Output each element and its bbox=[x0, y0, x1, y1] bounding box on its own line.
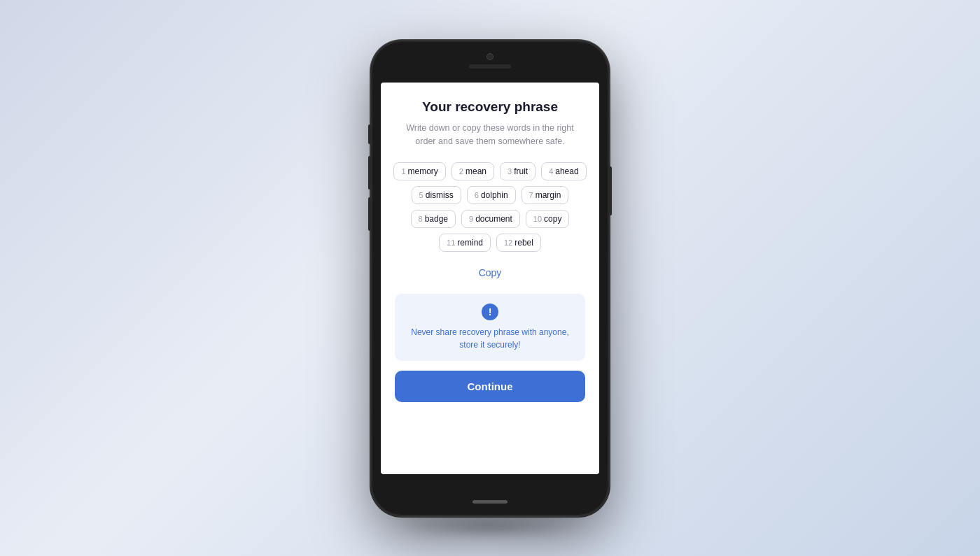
notch-area bbox=[469, 53, 511, 69]
word-text-3: fruit bbox=[514, 166, 528, 176]
warning-text: Never share recovery phrase with anyone,… bbox=[406, 326, 574, 351]
word-text-12: rebel bbox=[514, 238, 533, 248]
word-text-10: copy bbox=[544, 214, 561, 224]
word-chip-7: 7margin bbox=[522, 186, 569, 204]
words-row-3: 8badge 9document 10copy bbox=[411, 210, 570, 228]
word-chip-11: 11remind bbox=[439, 234, 491, 252]
phone-screen: Your recovery phrase Write down or copy … bbox=[381, 83, 599, 474]
word-num-4: 4 bbox=[549, 167, 553, 176]
power-button bbox=[609, 166, 612, 215]
word-chip-9: 9document bbox=[461, 210, 520, 228]
word-chip-1: 1memory bbox=[393, 162, 445, 180]
volume-up-button bbox=[368, 156, 371, 190]
warning-box: ! Never share recovery phrase with anyon… bbox=[395, 294, 585, 361]
word-text-6: dolphin bbox=[481, 190, 508, 200]
word-text-1: memory bbox=[408, 166, 438, 176]
word-chip-2: 2mean bbox=[451, 162, 494, 180]
word-chip-6: 6dolphin bbox=[467, 186, 516, 204]
word-text-2: mean bbox=[465, 166, 486, 176]
screen-content: Your recovery phrase Write down or copy … bbox=[381, 83, 599, 474]
word-chip-10: 10copy bbox=[526, 210, 570, 228]
word-chip-12: 12rebel bbox=[496, 234, 541, 252]
home-indicator bbox=[472, 500, 507, 504]
words-row-4: 11remind 12rebel bbox=[439, 234, 541, 252]
word-text-9: document bbox=[475, 214, 512, 224]
word-num-9: 9 bbox=[469, 215, 473, 223]
word-num-5: 5 bbox=[419, 191, 424, 199]
word-text-4: ahead bbox=[555, 166, 578, 176]
mute-button bbox=[368, 124, 371, 144]
word-num-3: 3 bbox=[507, 167, 512, 176]
copy-button[interactable]: Copy bbox=[468, 263, 513, 283]
word-num-2: 2 bbox=[459, 167, 463, 176]
word-text-7: margin bbox=[536, 190, 561, 200]
word-chip-4: 4ahead bbox=[541, 162, 587, 180]
warning-icon: ! bbox=[482, 304, 498, 320]
volume-down-button bbox=[368, 197, 371, 231]
phone-shadow bbox=[392, 516, 588, 537]
word-chip-3: 3fruit bbox=[500, 162, 536, 180]
word-text-5: dismiss bbox=[426, 190, 454, 200]
page-title: Your recovery phrase bbox=[422, 99, 558, 115]
words-row-1: 1memory 2mean 3fruit 4ahead bbox=[393, 162, 586, 180]
page-subtitle: Write down or copy these words in the ri… bbox=[395, 122, 585, 148]
word-text-11: remind bbox=[457, 238, 483, 248]
word-num-7: 7 bbox=[529, 191, 533, 199]
word-num-1: 1 bbox=[401, 167, 405, 176]
word-num-10: 10 bbox=[533, 215, 542, 223]
camera bbox=[486, 53, 493, 60]
words-row-2: 5dismiss 6dolphin 7margin bbox=[412, 186, 569, 204]
word-text-8: badge bbox=[425, 214, 448, 224]
continue-button[interactable]: Continue bbox=[395, 371, 585, 402]
speaker bbox=[469, 64, 511, 69]
word-num-8: 8 bbox=[419, 215, 423, 223]
word-num-11: 11 bbox=[447, 238, 455, 247]
word-chip-8: 8badge bbox=[411, 210, 456, 228]
words-grid: 1memory 2mean 3fruit 4ahead 5dismiss bbox=[395, 162, 585, 252]
phone-frame: Your recovery phrase Write down or copy … bbox=[371, 41, 609, 516]
word-num-6: 6 bbox=[475, 191, 479, 199]
warning-icon-label: ! bbox=[489, 306, 492, 318]
word-chip-5: 5dismiss bbox=[412, 186, 461, 204]
word-num-12: 12 bbox=[504, 238, 512, 247]
